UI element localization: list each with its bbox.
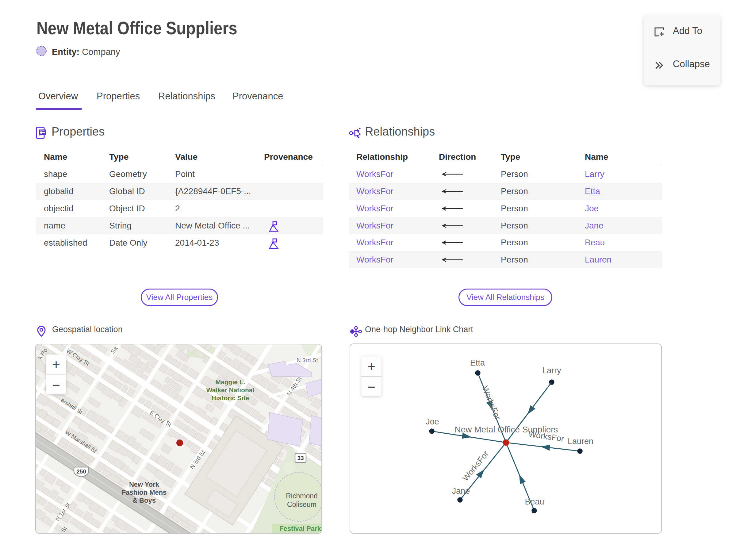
- svg-text:Joe: Joe: [426, 417, 439, 426]
- svg-text:Walker National: Walker National: [206, 386, 255, 393]
- svg-text:Festival Park: Festival Park: [279, 525, 321, 532]
- svg-text:Lauren: Lauren: [568, 437, 593, 446]
- svg-text:Etta: Etta: [470, 358, 485, 367]
- svg-text:Larry: Larry: [542, 366, 561, 375]
- svg-text:WorksFor: WorksFor: [528, 429, 565, 443]
- svg-text:Maggie L.: Maggie L.: [216, 378, 245, 385]
- svg-text:33: 33: [297, 455, 304, 461]
- svg-text:Beau: Beau: [525, 497, 544, 506]
- svg-text:Historic Site: Historic Site: [212, 394, 249, 401]
- svg-text:New York: New York: [129, 481, 159, 488]
- svg-text:Jane: Jane: [452, 486, 470, 496]
- svg-text:WorksFor: WorksFor: [461, 449, 491, 483]
- svg-text:Richmond: Richmond: [286, 492, 318, 500]
- svg-text:Coliseum: Coliseum: [287, 501, 316, 508]
- svg-text:& Boys: & Boys: [132, 497, 156, 504]
- svg-text:Fashion Mens: Fashion Mens: [122, 489, 167, 496]
- svg-text:N 3rd St: N 3rd St: [297, 357, 318, 363]
- svg-text:250: 250: [76, 468, 86, 475]
- svg-text:WorksFor: WorksFor: [481, 385, 502, 421]
